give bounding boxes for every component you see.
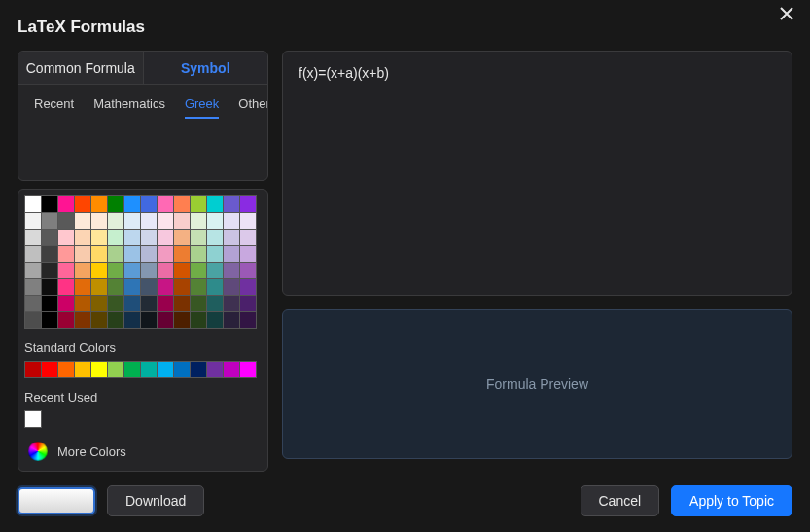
color-swatch[interactable] bbox=[91, 213, 107, 229]
color-swatch[interactable] bbox=[158, 230, 173, 245]
color-swatch[interactable] bbox=[75, 213, 90, 229]
color-swatch[interactable] bbox=[75, 230, 90, 245]
color-swatch[interactable] bbox=[158, 213, 173, 229]
color-swatch[interactable] bbox=[91, 279, 107, 295]
color-swatch[interactable] bbox=[240, 263, 256, 278]
color-swatch[interactable] bbox=[124, 296, 140, 311]
color-swatch[interactable] bbox=[58, 296, 74, 311]
color-swatch[interactable] bbox=[91, 312, 107, 328]
color-swatch[interactable] bbox=[141, 279, 157, 295]
color-swatch[interactable] bbox=[124, 213, 140, 229]
color-swatch[interactable] bbox=[141, 312, 157, 328]
color-swatch[interactable] bbox=[124, 312, 140, 328]
color-swatch[interactable] bbox=[25, 246, 41, 262]
color-swatch[interactable] bbox=[141, 196, 157, 212]
color-swatch[interactable] bbox=[91, 296, 107, 311]
color-swatch[interactable] bbox=[58, 279, 74, 295]
color-swatch[interactable] bbox=[158, 246, 173, 262]
color-swatch[interactable] bbox=[240, 246, 256, 262]
color-swatch[interactable] bbox=[207, 279, 223, 295]
color-swatch[interactable] bbox=[75, 263, 90, 278]
color-swatch[interactable] bbox=[108, 279, 123, 295]
standard-color-swatch[interactable] bbox=[75, 362, 90, 377]
color-swatch[interactable] bbox=[224, 279, 239, 295]
color-swatch[interactable] bbox=[174, 263, 190, 278]
color-swatch[interactable] bbox=[42, 296, 57, 311]
color-swatch[interactable] bbox=[91, 246, 107, 262]
color-swatch[interactable] bbox=[25, 230, 41, 245]
color-swatch[interactable] bbox=[158, 312, 173, 328]
color-swatch[interactable] bbox=[91, 196, 107, 212]
color-swatch[interactable] bbox=[42, 213, 57, 229]
standard-color-swatch[interactable] bbox=[158, 362, 173, 377]
color-swatch[interactable] bbox=[42, 230, 57, 245]
color-swatch[interactable] bbox=[240, 312, 256, 328]
formula-editor[interactable]: f(x)=(x+a)(x+b) bbox=[282, 51, 792, 296]
sub-tab-other[interactable]: Other bbox=[229, 92, 268, 119]
apply-to-topic-button[interactable]: Apply to Topic bbox=[671, 485, 792, 516]
color-swatch[interactable] bbox=[108, 296, 123, 311]
color-swatch[interactable] bbox=[158, 196, 173, 212]
color-swatch[interactable] bbox=[42, 196, 57, 212]
standard-color-swatch[interactable] bbox=[124, 362, 140, 377]
color-swatch[interactable] bbox=[224, 263, 239, 278]
standard-color-swatch[interactable] bbox=[25, 362, 41, 377]
color-swatch[interactable] bbox=[58, 230, 74, 245]
color-swatch[interactable] bbox=[207, 246, 223, 262]
color-swatch[interactable] bbox=[124, 279, 140, 295]
color-swatch[interactable] bbox=[25, 213, 41, 229]
color-swatch[interactable] bbox=[75, 312, 90, 328]
color-swatch[interactable] bbox=[224, 230, 239, 245]
color-swatch[interactable] bbox=[141, 263, 157, 278]
sub-tab-mathematics[interactable]: Mathematics bbox=[84, 92, 175, 119]
color-swatch[interactable] bbox=[207, 213, 223, 229]
color-swatch[interactable] bbox=[42, 279, 57, 295]
color-swatch[interactable] bbox=[207, 196, 223, 212]
standard-color-swatch[interactable] bbox=[141, 362, 157, 377]
download-button[interactable]: Download bbox=[107, 485, 204, 516]
color-swatch[interactable] bbox=[108, 196, 123, 212]
color-swatch[interactable] bbox=[75, 296, 90, 311]
close-icon[interactable] bbox=[779, 6, 798, 25]
color-swatch[interactable] bbox=[91, 230, 107, 245]
color-swatch[interactable] bbox=[75, 246, 90, 262]
sub-tab-greek[interactable]: Greek bbox=[175, 92, 229, 119]
color-swatch[interactable] bbox=[191, 279, 206, 295]
color-swatch[interactable] bbox=[158, 296, 173, 311]
color-swatch[interactable] bbox=[224, 213, 239, 229]
standard-color-swatch[interactable] bbox=[91, 362, 107, 377]
color-swatch[interactable] bbox=[191, 296, 206, 311]
standard-color-swatch[interactable] bbox=[191, 362, 206, 377]
tab-symbol[interactable]: Symbol bbox=[144, 52, 268, 84]
color-swatch[interactable] bbox=[25, 196, 41, 212]
color-swatch[interactable] bbox=[141, 246, 157, 262]
standard-color-swatch[interactable] bbox=[42, 362, 57, 377]
color-swatch[interactable] bbox=[174, 279, 190, 295]
color-swatch[interactable] bbox=[124, 196, 140, 212]
sub-tab-recent[interactable]: Recent bbox=[24, 92, 84, 119]
standard-color-swatch[interactable] bbox=[58, 362, 74, 377]
color-swatch[interactable] bbox=[191, 246, 206, 262]
cancel-button[interactable]: Cancel bbox=[581, 485, 660, 516]
color-swatch[interactable] bbox=[158, 263, 173, 278]
color-swatch[interactable] bbox=[124, 230, 140, 245]
color-swatch[interactable] bbox=[158, 279, 173, 295]
color-swatch[interactable] bbox=[174, 312, 190, 328]
color-swatch[interactable] bbox=[58, 246, 74, 262]
standard-color-swatch[interactable] bbox=[240, 362, 256, 377]
color-swatch[interactable] bbox=[124, 246, 140, 262]
color-swatch[interactable] bbox=[174, 296, 190, 311]
color-swatch[interactable] bbox=[141, 230, 157, 245]
color-swatch[interactable] bbox=[124, 263, 140, 278]
color-swatch[interactable] bbox=[108, 230, 123, 245]
color-swatch[interactable] bbox=[191, 230, 206, 245]
color-swatch[interactable] bbox=[108, 213, 123, 229]
color-swatch[interactable] bbox=[191, 263, 206, 278]
color-swatch[interactable] bbox=[108, 246, 123, 262]
standard-color-swatch[interactable] bbox=[108, 362, 123, 377]
color-swatch[interactable] bbox=[42, 263, 57, 278]
standard-color-swatch[interactable] bbox=[174, 362, 190, 377]
color-swatch[interactable] bbox=[58, 196, 74, 212]
color-swatch[interactable] bbox=[224, 196, 239, 212]
color-swatch[interactable] bbox=[91, 263, 107, 278]
